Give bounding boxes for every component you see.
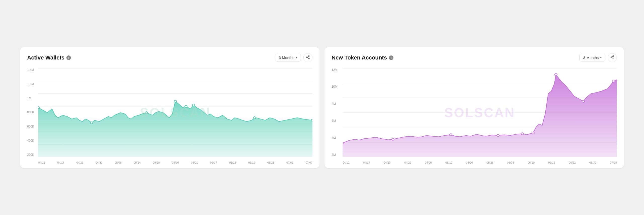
x-label-10: 06/13: [229, 161, 236, 164]
new-token-accounts-chart-area: 12M 10M 8M 6M 4M 2M SOLSCAN: [332, 68, 617, 164]
active-wallets-chart-area: 1.4M 1.2M 1M 800K 600K 400K 200K SOLSCAN: [27, 68, 312, 164]
x-label-3: 04/30: [96, 161, 103, 164]
nt-x-label-1: 04/17: [363, 161, 370, 164]
x-label-4: 05/06: [115, 161, 122, 164]
y-label-p5: 2M: [332, 153, 337, 156]
svg-point-32: [392, 138, 394, 140]
svg-point-31: [343, 142, 344, 144]
dashboard: Active Wallets i 3 Months ▾: [20, 47, 624, 168]
x-label-0: 04/11: [38, 161, 45, 164]
new-token-accounts-y-axis: 12M 10M 8M 6M 4M 2M: [332, 68, 337, 157]
new-token-accounts-svg: [343, 68, 617, 157]
nt-x-label-11: 06/22: [569, 161, 576, 164]
svg-point-17: [192, 104, 195, 106]
active-wallets-time-selector[interactable]: 3 Months ▾: [275, 54, 301, 62]
x-label-13: 07/01: [287, 161, 294, 164]
active-wallets-plot: SOLSCAN: [38, 68, 312, 157]
new-token-accounts-title: New Token Accounts: [332, 54, 387, 61]
nt-x-label-13: 07/08: [610, 161, 617, 164]
active-wallets-chevron-icon: ▾: [296, 56, 297, 59]
x-label-9: 06/07: [210, 161, 217, 164]
x-label-5: 05/14: [134, 161, 141, 164]
y-label-6: 200K: [27, 153, 34, 156]
new-token-accounts-time-label: 3 Months: [583, 55, 599, 60]
svg-point-39: [613, 80, 615, 82]
new-token-accounts-plot: SOLSCAN: [343, 68, 617, 157]
active-wallets-time-label: 3 Months: [279, 55, 294, 60]
svg-point-35: [521, 133, 524, 135]
x-label-2: 04/23: [76, 161, 84, 164]
new-token-accounts-card: New Token Accounts i 3 Months ▾: [325, 47, 624, 168]
svg-point-36: [532, 132, 534, 134]
new-token-accounts-share-button[interactable]: [608, 53, 617, 62]
svg-line-23: [612, 57, 613, 58]
active-wallets-title: Active Wallets: [27, 54, 64, 61]
new-token-accounts-actions: 3 Months ▾: [579, 53, 617, 62]
new-token-accounts-x-axis: 04/11 04/17 04/23 04/29 05/05 05/12 05/2…: [343, 161, 617, 164]
nt-x-label-12: 06/30: [589, 161, 596, 164]
svg-point-18: [253, 117, 256, 119]
y-label-p1: 10M: [332, 85, 337, 88]
svg-point-34: [497, 134, 499, 136]
x-label-8: 06/01: [191, 161, 198, 164]
y-label-p0: 12M: [332, 68, 337, 71]
nt-x-label-6: 05/20: [466, 161, 473, 164]
y-label-p3: 6M: [332, 119, 337, 122]
y-label-3: 800K: [27, 111, 34, 114]
x-label-7: 05/26: [172, 161, 179, 164]
new-token-accounts-header: New Token Accounts i 3 Months ▾: [332, 53, 617, 62]
active-wallets-x-axis: 04/11 04/17 04/23 04/30 05/06 05/14 05/2…: [38, 161, 312, 164]
y-label-p4: 4M: [332, 136, 337, 139]
svg-point-14: [145, 111, 148, 113]
x-label-12: 06/25: [267, 161, 274, 164]
x-label-6: 05/20: [153, 161, 160, 164]
nt-x-label-2: 04/23: [384, 161, 391, 164]
svg-point-15: [174, 100, 177, 102]
y-label-4: 600K: [27, 125, 34, 128]
nt-x-label-10: 06/16: [548, 161, 555, 164]
active-wallets-y-axis: 1.4M 1.2M 1M 800K 600K 400K 200K: [27, 68, 34, 157]
x-label-1: 04/17: [57, 161, 64, 164]
share-icon-2: [610, 55, 614, 60]
new-token-accounts-info-icon[interactable]: i: [389, 55, 393, 60]
active-wallets-share-button[interactable]: [303, 53, 312, 62]
nt-x-label-7: 05/28: [487, 161, 494, 164]
nt-x-label-9: 06/10: [528, 161, 535, 164]
y-label-0: 1.4M: [27, 68, 34, 71]
active-wallets-title-group: Active Wallets i: [27, 54, 71, 61]
svg-point-38: [582, 100, 585, 102]
active-wallets-actions: 3 Months ▾: [275, 53, 312, 62]
svg-point-33: [450, 134, 452, 136]
new-token-accounts-chevron-icon: ▾: [600, 56, 601, 59]
share-icon: [306, 55, 310, 60]
nt-x-label-4: 05/05: [425, 161, 432, 164]
y-label-1: 1.2M: [27, 82, 34, 85]
nt-x-label-0: 04/11: [343, 161, 350, 164]
svg-point-16: [185, 105, 187, 107]
active-wallets-card: Active Wallets i 3 Months ▾: [20, 47, 319, 168]
x-label-11: 06/19: [248, 161, 255, 164]
y-label-2: 1M: [27, 97, 34, 100]
svg-point-19: [311, 119, 312, 121]
x-label-14: 07/07: [305, 161, 312, 164]
svg-line-3: [307, 57, 309, 58]
nt-x-label-3: 04/29: [404, 161, 411, 164]
svg-point-13: [90, 122, 93, 124]
svg-line-24: [612, 56, 613, 57]
nt-x-label-8: 06/03: [507, 161, 514, 164]
nt-x-label-5: 05/12: [446, 161, 453, 164]
svg-line-4: [307, 56, 309, 57]
svg-point-37: [555, 74, 557, 76]
active-wallets-header: Active Wallets i 3 Months ▾: [27, 53, 312, 62]
active-wallets-svg: [38, 68, 312, 157]
new-token-accounts-time-selector[interactable]: 3 Months ▾: [579, 54, 605, 62]
active-wallets-info-icon[interactable]: i: [66, 55, 71, 60]
new-token-accounts-title-group: New Token Accounts i: [332, 54, 393, 61]
svg-point-12: [38, 106, 39, 108]
y-label-5: 400K: [27, 139, 34, 142]
y-label-p2: 8M: [332, 102, 337, 105]
